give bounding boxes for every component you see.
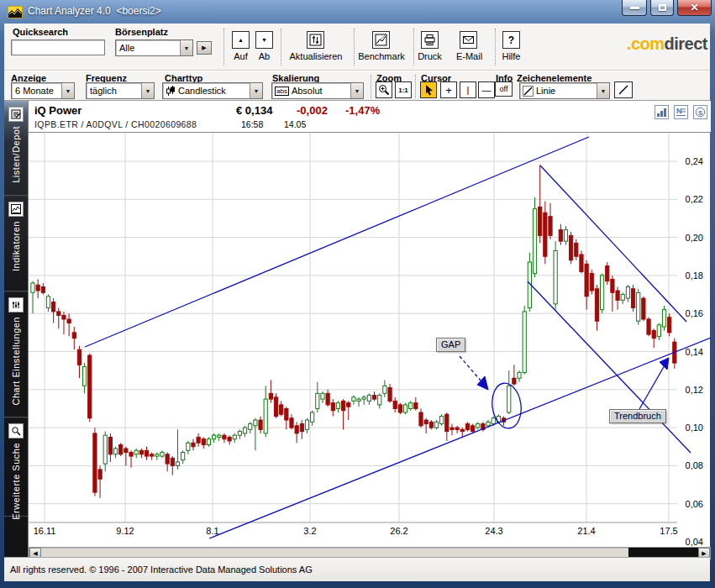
chevron-down-icon[interactable]: ▼ [141,83,154,98]
instrument-name: iQ Power [34,104,81,117]
benchmark-button[interactable] [372,31,390,49]
email-button[interactable] [460,31,477,49]
svg-text:17.5: 17.5 [660,526,677,536]
quicksearch-input[interactable] [11,39,105,55]
aktualisieren-button[interactable] [307,31,324,49]
svg-text:0,12: 0,12 [686,385,703,395]
info-off-button[interactable]: off [495,81,513,97]
svg-text:24.3: 24.3 [485,526,502,536]
anzeige-select[interactable]: 6 Monate ▼ [11,82,75,99]
indicators-icon [8,202,24,217]
sidebar-tab-indikatoren[interactable]: Indikatoren [4,196,28,291]
window-content: Quicksearch Börsenplatz Alle ▼ ▶ ▲ Auf ▼… [4,24,710,581]
svg-text:0,14: 0,14 [686,347,703,357]
sidebar-tab-listen-depot[interactable]: Listen/Depot [4,101,28,196]
app-window: Chart Analyzer 4.0 <boersi2> ✕ Quicksear… [0,0,715,588]
copyright-text: All rights reserved. © 1996 - 2007 Inter… [10,564,313,575]
chart-panel: iQ Power IQPB.ETR / A0DQVL / CH002060968… [28,101,710,557]
hilfe-button[interactable]: ? [502,31,520,49]
currency-icon[interactable]: S [693,105,707,119]
main-area: Listen/Depot Indikatoren Chart Einstellu… [4,101,710,557]
cursor-crosshair-button[interactable]: + [440,81,457,98]
trendbruch-annotation[interactable]: Trendbruch [609,409,666,423]
skalierung-select[interactable]: abs Absolut ▼ [271,82,364,99]
boersenplatz-select[interactable]: Alle ▼ [115,39,193,56]
logo-com: .com [627,34,665,53]
close-button[interactable]: ✕ [677,0,712,16]
cursor-pointer-button[interactable] [420,81,437,98]
chart-options-toolbar: Anzeige 6 Monate ▼ Frequenz täglich ▼ Ch… [4,71,710,101]
charttyp-select[interactable]: Candlestick ▼ [162,82,263,99]
line-tool-icon [523,86,534,97]
zeichenelemente-value: Linie [536,86,597,96]
svg-text:0,06: 0,06 [686,499,703,509]
svg-text:8.1: 8.1 [206,526,218,536]
title-bar[interactable]: Chart Analyzer 4.0 <boersi2> ✕ [0,0,715,24]
sidebar-tab-erweiterte-suche[interactable]: Erweiterte Suche [4,417,28,517]
druck-button[interactable] [421,31,439,49]
search-icon [8,423,24,438]
separator [415,75,416,98]
abs-badge: abs [275,87,289,96]
svg-text:0,04: 0,04 [686,537,703,547]
cursor-vline-button[interactable]: | [460,81,476,98]
gap-annotation[interactable]: GAP [436,338,465,352]
zoom-in-button[interactable] [376,81,392,98]
boersenplatz-go-button[interactable]: ▶ [197,41,212,55]
chevron-down-icon[interactable]: ▼ [597,83,609,98]
svg-text:0,20: 0,20 [686,233,703,243]
svg-text:3.2: 3.2 [303,526,316,536]
quote-time: 16:58 [241,119,263,129]
benchmark-button-label: Benchmark [354,51,409,61]
minimize-button[interactable] [622,0,647,16]
cursor-arrow-icon [423,84,434,96]
svg-text:S: S [698,109,703,117]
frequenz-select[interactable]: täglich ▼ [86,82,155,99]
maximize-icon [659,4,666,11]
quicksearch-label: Quicksearch [13,27,68,37]
chevron-down-icon[interactable]: ▼ [61,83,74,98]
druck-button-label: Druck [413,51,447,61]
chevron-down-icon[interactable]: ▼ [250,83,262,98]
question-mark-icon: ? [508,34,514,46]
quote-header: iQ Power IQPB.ETR / A0DQVL / CH002060968… [29,101,711,133]
magnifier-plus-icon [378,84,390,96]
news-icon[interactable]: N [674,105,688,119]
diagonal-line-icon [618,84,629,96]
bar-chart-icon[interactable] [655,105,669,119]
info-off-value: off [500,85,508,93]
arrow-up-icon: ▲ [238,37,244,43]
minimize-icon [630,7,639,9]
svg-text:16.11: 16.11 [34,526,56,536]
chevron-down-icon[interactable]: ▼ [180,40,192,55]
hilfe-button-label: Hilfe [493,51,529,61]
skalierung-value: Absolut [292,86,350,96]
ab-button-label: Ab [252,51,276,61]
svg-text:26.2: 26.2 [390,526,407,536]
svg-text:0,08: 0,08 [686,460,703,470]
auf-button[interactable]: ▲ [232,31,250,49]
zoom-one-to-one-button[interactable]: 1:1 [395,81,412,98]
svg-text:N: N [676,107,682,115]
candlestick-chart[interactable]: 16.119.128.13.226.224.321.417.50,240,220… [29,133,711,547]
maximize-button[interactable] [650,0,674,16]
quote-price: € 0,134 [236,104,272,117]
crosshair-icon: + [445,84,452,97]
frequenz-value: täglich [87,86,141,96]
separator [281,29,281,66]
printer-icon [423,34,436,46]
sidebar-tab-chart-einstellungen[interactable]: Chart Einstellungen [4,291,28,417]
zeichenelemente-select[interactable]: Linie ▼ [519,82,610,99]
aktualisieren-button-label: Aktualisieren [284,51,348,61]
comdirect-logo: .comdirect [627,34,707,54]
chevron-down-icon[interactable]: ▼ [350,83,363,98]
charttyp-value: Candlestick [178,86,250,96]
email-button-label: E-Mail [451,51,487,61]
arrow-right-icon: ▶ [202,45,206,51]
refresh-icon [309,34,322,46]
draw-line-button[interactable] [614,81,633,98]
svg-text:0,18: 0,18 [686,270,703,281]
svg-text:0,10: 0,10 [686,423,703,433]
ab-button[interactable]: ▼ [255,31,273,49]
cursor-hline-button[interactable]: — [478,81,495,98]
